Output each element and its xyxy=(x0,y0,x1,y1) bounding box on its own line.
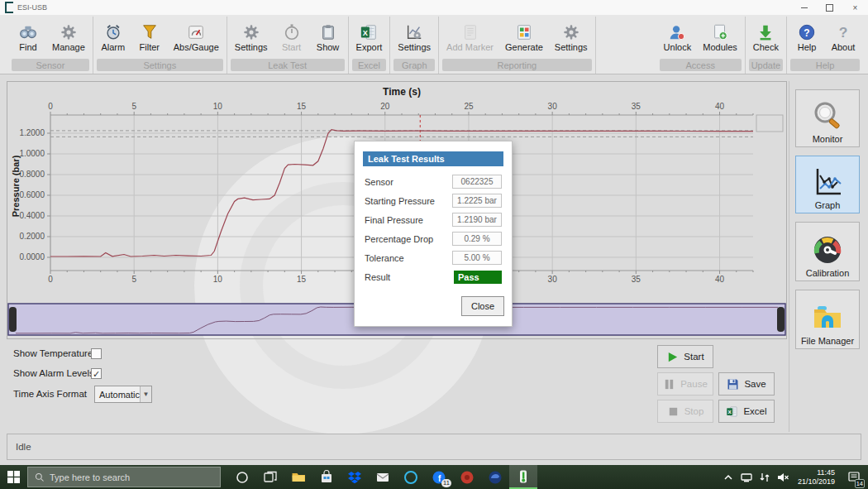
ribbon-button-label: Filter xyxy=(140,42,160,52)
ribbon-button-label: Find xyxy=(19,42,36,52)
ribbon-button-find[interactable]: Find xyxy=(10,22,46,54)
svg-text:1.2000: 1.2000 xyxy=(19,128,45,137)
close-button[interactable]: Close xyxy=(461,296,504,316)
ribbon-group-band-update: Update xyxy=(749,59,783,71)
start-button[interactable]: Start xyxy=(657,345,713,368)
svg-text:?: ? xyxy=(804,26,809,38)
dialog-field-value-tolerance[interactable] xyxy=(452,251,502,265)
leak-test-results-dialog: Leak Test Results SensorStarting Pressur… xyxy=(354,141,513,327)
show-temperature-checkbox[interactable] xyxy=(91,348,102,359)
svg-text:10: 10 xyxy=(213,275,223,284)
funnel-icon xyxy=(141,23,159,41)
dialog-title: Leak Test Results xyxy=(363,151,503,166)
ribbon-button-settings[interactable]: Settings xyxy=(229,22,274,54)
sidebar-item-label: File Manager xyxy=(801,336,854,346)
dialog-field-label: Final Pressure xyxy=(365,215,423,225)
ribbon-group-band-settings: Settings xyxy=(97,59,223,71)
taskbar-mail-button[interactable] xyxy=(369,465,397,489)
close-window-button[interactable]: × xyxy=(842,0,868,15)
windows-start-button[interactable] xyxy=(0,465,27,489)
sidebar-divider xyxy=(789,81,789,432)
ribbon-button-filter[interactable]: Filter xyxy=(131,22,168,54)
show-alarm-levels-label: Show Alarm Levels xyxy=(13,368,94,378)
windows-logo-icon xyxy=(7,471,20,483)
svg-text:15: 15 xyxy=(297,102,307,111)
minimize-button[interactable] xyxy=(791,0,817,15)
taskbar-task-view-button[interactable] xyxy=(256,465,284,489)
download-icon xyxy=(756,23,775,41)
ribbon-button-alarm[interactable]: Alarm xyxy=(95,22,131,54)
ribbon-button-about[interactable]: ?About xyxy=(825,22,861,54)
excel-button[interactable]: X Excel xyxy=(718,400,775,423)
taskbar-edge-app-button[interactable] xyxy=(481,465,509,489)
time-axis-format-select[interactable]: Automatic ▼ xyxy=(94,386,152,403)
ribbon-button-manage[interactable]: Manage xyxy=(46,22,91,54)
tray-chevron-up-icon[interactable] xyxy=(723,471,735,483)
range-handle-right[interactable] xyxy=(777,307,785,332)
sidebar-item-graph[interactable]: Graph xyxy=(795,156,860,213)
ribbon-button-show[interactable]: Show xyxy=(310,22,346,54)
ribbon-button-label: Settings xyxy=(555,42,588,52)
ribbon-spacer xyxy=(596,17,656,74)
save-button[interactable]: Save xyxy=(718,372,775,396)
taskbar-facebook-button[interactable]: f11 xyxy=(425,465,453,489)
svg-text:0: 0 xyxy=(48,102,53,111)
ribbon-group-leak-test: SettingsStartShowLeak Test xyxy=(227,17,349,74)
ribbon-button-label: Settings xyxy=(235,42,268,52)
stop-button: Stop xyxy=(657,400,713,423)
ribbon-button-modules[interactable]: Modules xyxy=(697,22,743,54)
chevron-down-icon[interactable]: ▼ xyxy=(140,386,151,402)
sidebar-item-calibration[interactable]: Calibration xyxy=(795,222,860,281)
svg-text:10: 10 xyxy=(213,102,223,111)
ribbon-button-generate[interactable]: Generate xyxy=(499,22,549,54)
pause-button: Pause xyxy=(657,372,713,396)
taskbar-cortana-ring-button[interactable] xyxy=(228,465,256,489)
taskbar-dropbox-button[interactable] xyxy=(341,465,369,489)
action-center-button[interactable]: 14 xyxy=(843,465,865,489)
svg-text:1.0000: 1.0000 xyxy=(19,149,45,158)
stop-icon xyxy=(667,405,680,418)
sidebar-item-file-manager[interactable]: File Manager xyxy=(795,290,860,349)
taskbar-search-input[interactable]: Type here to search xyxy=(27,467,221,487)
ribbon-group-reporting: Add MarkerGenerateSettingsReporting xyxy=(439,17,595,74)
tray-volume-muted-icon[interactable] xyxy=(777,471,789,483)
binoculars-icon xyxy=(19,23,37,41)
question-icon: ? xyxy=(834,23,852,41)
dialog-field-value-percentage-drop[interactable] xyxy=(452,232,502,246)
svg-text:25: 25 xyxy=(464,102,474,111)
sidebar-item-label: Monitor xyxy=(813,134,843,144)
dialog-row-sensor: Sensor xyxy=(365,175,502,189)
taskbar-store-button[interactable] xyxy=(312,465,341,489)
tray-network-icon[interactable] xyxy=(759,471,771,483)
ribbon-button-abs-gauge[interactable]: Abs/Gauge xyxy=(168,22,225,54)
taskbar-clock[interactable]: 11:45 21/10/2019 xyxy=(795,468,837,486)
ribbon-button-label: Abs/Gauge xyxy=(174,42,219,52)
ribbon-button-label: Export xyxy=(356,42,383,52)
sidebar-item-monitor[interactable]: Monitor xyxy=(795,89,860,147)
ribbon-button-help[interactable]: ?Help xyxy=(789,22,825,54)
taskbar-alexa-button[interactable] xyxy=(397,465,425,489)
folder-icon xyxy=(811,301,844,334)
maximize-button[interactable] xyxy=(817,0,842,15)
ribbon-button-label: Add Marker xyxy=(446,42,494,52)
dialog-field-value-sensor[interactable] xyxy=(452,175,502,189)
ribbon-group-band-graph: Graph xyxy=(393,59,435,71)
show-alarm-levels-checkbox[interactable]: ✓ xyxy=(91,368,102,379)
ribbon-button-export[interactable]: XExport xyxy=(351,22,389,54)
dialog-field-value-starting-pressure[interactable] xyxy=(452,194,502,208)
dialog-field-value-final-pressure[interactable] xyxy=(452,213,502,227)
ribbon-button-check[interactable]: Check xyxy=(747,22,785,54)
taskbar-red-app-button[interactable] xyxy=(453,465,481,489)
gauge-dial-icon xyxy=(811,233,844,266)
taskbar-file-explorer-button[interactable] xyxy=(284,465,312,489)
taskbar-esi-app-button[interactable] xyxy=(509,465,537,489)
ribbon-button-start: Start xyxy=(274,22,310,54)
ribbon-button-settings[interactable]: Settings xyxy=(549,22,594,54)
ribbon-group-help: ?Help?AboutHelp xyxy=(787,17,863,74)
range-handle-left[interactable] xyxy=(9,307,17,332)
ribbon-button-unlock[interactable]: Unlock xyxy=(658,22,698,54)
ribbon-button-settings[interactable]: Settings xyxy=(392,22,436,54)
dialog-row-starting-pressure: Starting Pressure xyxy=(365,194,502,208)
title-bar: ESI-USB × xyxy=(0,0,868,16)
tray-display-icon[interactable] xyxy=(741,471,753,483)
